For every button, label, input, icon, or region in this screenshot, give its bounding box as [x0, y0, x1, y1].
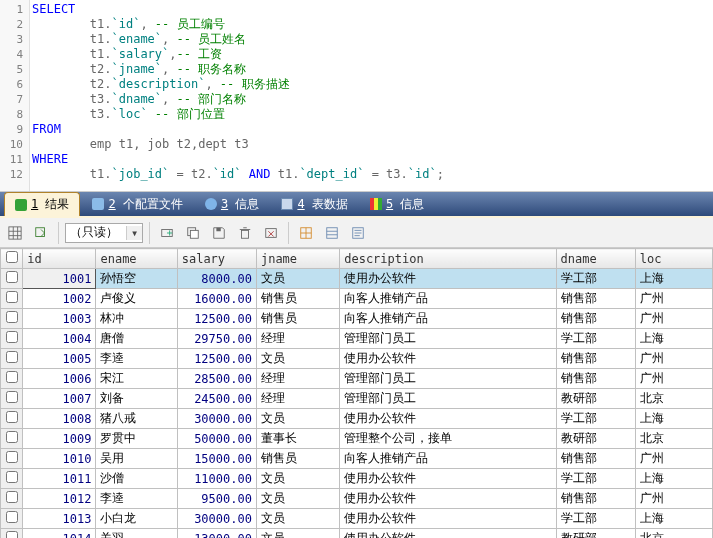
cell-description[interactable]: 向客人推销产品 [340, 309, 556, 329]
cell-salary[interactable]: 24500.00 [177, 389, 256, 409]
cell-jname[interactable]: 经理 [256, 329, 339, 349]
cell-dname[interactable]: 销售部 [556, 369, 635, 389]
cell-id[interactable]: 1001 [23, 269, 96, 289]
cell-id[interactable]: 1014 [23, 529, 96, 539]
table-row[interactable]: 1007刘备24500.00经理管理部门员工教研部北京 [1, 389, 713, 409]
cell-salary[interactable]: 50000.00 [177, 429, 256, 449]
cell-loc[interactable]: 上海 [635, 329, 712, 349]
cell-description[interactable]: 管理整个公司，接单 [340, 429, 556, 449]
table-row[interactable]: 1014关羽13000.00文员使用办公软件教研部北京 [1, 529, 713, 539]
cell-loc[interactable]: 广州 [635, 369, 712, 389]
cell-description[interactable]: 使用办公软件 [340, 409, 556, 429]
tab-t3[interactable]: 3 信息 [195, 193, 269, 216]
cell-ename[interactable]: 刘备 [96, 389, 177, 409]
cell-jname[interactable]: 文员 [256, 469, 339, 489]
cell-salary[interactable]: 30000.00 [177, 409, 256, 429]
code-line[interactable]: FROM [32, 122, 711, 137]
cell-dname[interactable]: 学工部 [556, 269, 635, 289]
table-row[interactable]: 1010吴用15000.00销售员向客人推销产品销售部广州 [1, 449, 713, 469]
cell-salary[interactable]: 11000.00 [177, 469, 256, 489]
code-line[interactable]: t2.`jname`, -- 职务名称 [32, 62, 711, 77]
row-checkbox-cell[interactable] [1, 449, 23, 469]
cell-salary[interactable]: 12500.00 [177, 349, 256, 369]
cell-dname[interactable]: 销售部 [556, 449, 635, 469]
row-checkbox-cell[interactable] [1, 289, 23, 309]
cell-dname[interactable]: 学工部 [556, 409, 635, 429]
table-row[interactable]: 1005李逵12500.00文员使用办公软件销售部广州 [1, 349, 713, 369]
code-line[interactable]: t1.`ename`, -- 员工姓名 [32, 32, 711, 47]
cell-description[interactable]: 使用办公软件 [340, 349, 556, 369]
row-checkbox-cell[interactable] [1, 309, 23, 329]
tab-t2[interactable]: 2 个配置文件 [82, 193, 192, 216]
column-header-ename[interactable]: ename [96, 249, 177, 269]
cell-jname[interactable]: 文员 [256, 489, 339, 509]
cell-salary[interactable]: 9500.00 [177, 489, 256, 509]
cell-id[interactable]: 1012 [23, 489, 96, 509]
cell-jname[interactable]: 文员 [256, 409, 339, 429]
column-header-dname[interactable]: dname [556, 249, 635, 269]
cell-description[interactable]: 使用办公软件 [340, 489, 556, 509]
cell-loc[interactable]: 广州 [635, 489, 712, 509]
cell-dname[interactable]: 教研部 [556, 529, 635, 539]
code-line[interactable]: t3.`loc` -- 部门位置 [32, 107, 711, 122]
row-checkbox[interactable] [6, 471, 18, 483]
cell-ename[interactable]: 沙僧 [96, 469, 177, 489]
cell-description[interactable]: 使用办公软件 [340, 529, 556, 539]
table-row[interactable]: 1012李逵9500.00文员使用办公软件销售部广州 [1, 489, 713, 509]
cell-salary[interactable]: 28500.00 [177, 369, 256, 389]
cell-salary[interactable]: 8000.00 [177, 269, 256, 289]
cell-loc[interactable]: 北京 [635, 429, 712, 449]
row-checkbox[interactable] [6, 431, 18, 443]
cell-loc[interactable]: 广州 [635, 309, 712, 329]
table-row[interactable]: 1002卢俊义16000.00销售员向客人推销产品销售部广州 [1, 289, 713, 309]
cell-ename[interactable]: 卢俊义 [96, 289, 177, 309]
cell-description[interactable]: 向客人推销产品 [340, 289, 556, 309]
code-line[interactable]: t1.`job_id` = t2.`id` AND t1.`dept_id` =… [32, 167, 711, 182]
cell-jname[interactable]: 经理 [256, 389, 339, 409]
tab-t1[interactable]: 1 结果 [4, 192, 80, 216]
add-row-icon[interactable] [156, 222, 178, 244]
export-icon[interactable] [30, 222, 52, 244]
cell-loc[interactable]: 北京 [635, 389, 712, 409]
row-checkbox-cell[interactable] [1, 269, 23, 289]
row-checkbox[interactable] [6, 291, 18, 303]
cell-description[interactable]: 使用办公软件 [340, 509, 556, 529]
table-row[interactable]: 1003林冲12500.00销售员向客人推销产品销售部广州 [1, 309, 713, 329]
cell-loc[interactable]: 广州 [635, 349, 712, 369]
sql-editor[interactable]: 123456789101112 SELECT t1.`id`, -- 员工编号 … [0, 0, 713, 192]
cancel-icon[interactable] [260, 222, 282, 244]
column-header-description[interactable]: description [340, 249, 556, 269]
cell-dname[interactable]: 学工部 [556, 509, 635, 529]
cell-jname[interactable]: 董事长 [256, 429, 339, 449]
cell-dname[interactable]: 销售部 [556, 289, 635, 309]
cell-jname[interactable]: 文员 [256, 509, 339, 529]
mode-dropdown[interactable]: ▾ [65, 223, 143, 243]
table-row[interactable]: 1011沙僧11000.00文员使用办公软件学工部上海 [1, 469, 713, 489]
cell-description[interactable]: 使用办公软件 [340, 269, 556, 289]
cell-jname[interactable]: 文员 [256, 269, 339, 289]
row-checkbox[interactable] [6, 491, 18, 503]
row-checkbox-cell[interactable] [1, 509, 23, 529]
cell-ename[interactable]: 吴用 [96, 449, 177, 469]
cell-loc[interactable]: 北京 [635, 529, 712, 539]
header-checkbox-cell[interactable] [1, 249, 23, 269]
view-form-icon[interactable] [321, 222, 343, 244]
column-header-loc[interactable]: loc [635, 249, 712, 269]
duplicate-row-icon[interactable] [182, 222, 204, 244]
row-checkbox[interactable] [6, 331, 18, 343]
cell-dname[interactable]: 教研部 [556, 429, 635, 449]
cell-jname[interactable]: 经理 [256, 369, 339, 389]
tab-t5[interactable]: 5 信息 [360, 193, 434, 216]
table-row[interactable]: 1009罗贯中50000.00董事长管理整个公司，接单教研部北京 [1, 429, 713, 449]
table-row[interactable]: 1008猪八戒30000.00文员使用办公软件学工部上海 [1, 409, 713, 429]
cell-dname[interactable]: 销售部 [556, 309, 635, 329]
code-area[interactable]: SELECT t1.`id`, -- 员工编号 t1.`ename`, -- 员… [30, 0, 713, 191]
chevron-down-icon[interactable]: ▾ [126, 226, 142, 240]
result-grid[interactable]: idenamesalaryjnamedescriptiondnameloc 10… [0, 248, 713, 538]
cell-salary[interactable]: 29750.00 [177, 329, 256, 349]
row-checkbox-cell[interactable] [1, 389, 23, 409]
cell-id[interactable]: 1008 [23, 409, 96, 429]
cell-loc[interactable]: 上海 [635, 269, 712, 289]
row-checkbox[interactable] [6, 311, 18, 323]
row-checkbox[interactable] [6, 271, 18, 283]
